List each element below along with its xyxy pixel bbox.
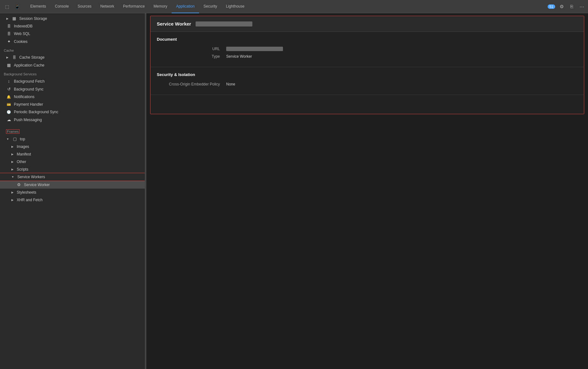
- bg-section-label: Background Services: [0, 69, 145, 77]
- sidebar-item-label: Scripts: [17, 167, 28, 172]
- sidebar-item-periodic-bg-sync[interactable]: 🕐 Periodic Background Sync: [0, 108, 145, 116]
- coep-label: Cross-Origin Embedder Policy: [157, 82, 220, 86]
- sidebar-item-cache-storage[interactable]: ▶ 🗄 Cache Storage: [0, 54, 145, 61]
- sidebar-item-label: Background Fetch: [14, 79, 44, 84]
- sidebar-item-label: Service Worker: [24, 183, 50, 187]
- tab-security[interactable]: Security: [199, 0, 221, 13]
- tab-lighthouse[interactable]: Lighthouse: [221, 0, 249, 13]
- panel-title: Service Worker: [157, 21, 191, 26]
- db-icon: 🗄: [6, 24, 11, 28]
- sidebar-item-websql[interactable]: 🗄 Web SQL: [0, 30, 145, 38]
- sidebar-item-label: Session Storage: [19, 16, 47, 21]
- issue-badge[interactable]: 51: [548, 4, 555, 9]
- fetch-icon: ↕: [6, 79, 11, 84]
- sidebar-item-label: top: [20, 137, 25, 141]
- arrow-down-icon: ▼: [6, 138, 9, 141]
- sidebar-item-app-cache[interactable]: ▦ Application Cache: [0, 61, 145, 69]
- clock-icon: 🕐: [6, 110, 11, 114]
- sidebar-item-label: Images: [17, 144, 29, 149]
- db-icon: 🗄: [6, 32, 11, 36]
- sync-icon: ↺: [6, 87, 11, 91]
- dock-icon[interactable]: ⎘: [568, 3, 575, 10]
- tab-application[interactable]: Application: [172, 0, 199, 13]
- sidebar-item-label: IndexedDB: [14, 24, 32, 28]
- sidebar-item-label: Web SQL: [14, 32, 30, 36]
- panel-outer: Service Worker Document URL Type Service…: [150, 16, 584, 114]
- more-icon[interactable]: ⋯: [578, 3, 585, 10]
- sidebar-item-label: Payment Handler: [14, 102, 43, 107]
- url-row: URL: [157, 47, 578, 51]
- sidebar-item-label: Other: [17, 160, 26, 164]
- tab-console[interactable]: Console: [50, 0, 73, 13]
- bell-icon: 🔔: [6, 95, 11, 99]
- url-value-bar: [226, 47, 283, 51]
- sidebar-item-scripts[interactable]: ▶ Scripts: [0, 166, 145, 173]
- security-section: Security & Isolation Cross-Origin Embedd…: [150, 67, 584, 95]
- sidebar-item-label: Stylesheets: [17, 190, 36, 195]
- settings-icon[interactable]: ⚙: [558, 3, 565, 10]
- tab-network[interactable]: Network: [96, 0, 119, 13]
- sidebar-item-cookies[interactable]: ✦ Cookies: [0, 38, 145, 45]
- sidebar-item-label: Cookies: [14, 39, 27, 44]
- toolbar-icon-group: ⬚ 📱: [3, 2, 21, 11]
- type-value: Service Worker: [226, 54, 252, 59]
- tab-sources[interactable]: Sources: [73, 0, 96, 13]
- security-section-title: Security & Isolation: [157, 72, 578, 77]
- sidebar-item-indexeddb[interactable]: 🗄 IndexedDB: [0, 22, 145, 30]
- sidebar-item-label: Push Messaging: [14, 118, 42, 122]
- sidebar-item-label: Manifest: [17, 152, 31, 156]
- tab-performance[interactable]: Performance: [119, 0, 149, 13]
- arrow-down-icon: ▼: [11, 175, 14, 179]
- sidebar-item-xhr-fetch[interactable]: ▶ XHR and Fetch: [0, 196, 145, 204]
- sidebar-item-stylesheets[interactable]: ▶ Stylesheets: [0, 189, 145, 196]
- arrow-icon: ▶: [6, 17, 9, 20]
- sidebar-item-label: Application Cache: [14, 63, 44, 67]
- toolbar-tabs: Elements Console Sources Network Perform…: [26, 0, 547, 13]
- sidebar-item-notifications[interactable]: 🔔 Notifications: [0, 93, 145, 101]
- sidebar-item-label: Background Sync: [14, 87, 44, 91]
- arrow-icon: ▶: [11, 153, 14, 156]
- gear-icon: ⚙: [16, 182, 21, 187]
- sidebar-item-bg-fetch[interactable]: ↕ Background Fetch: [0, 77, 145, 85]
- sidebar: ▶ ▦ Session Storage 🗄 IndexedDB 🗄 Web SQ…: [0, 13, 145, 369]
- sidebar-item-label: Notifications: [14, 95, 34, 99]
- db-icon: 🗄: [12, 56, 17, 59]
- arrow-icon: ▶: [11, 191, 14, 194]
- tab-elements[interactable]: Elements: [26, 0, 50, 13]
- coep-value: None: [226, 82, 235, 86]
- sidebar-item-other[interactable]: ▶ Other: [0, 158, 145, 166]
- sidebar-item-push-messaging[interactable]: ☁ Push Messaging: [0, 116, 145, 124]
- sidebar-item-session-storage[interactable]: ▶ ▦ Session Storage: [0, 15, 145, 22]
- sidebar-item-service-workers[interactable]: ▼ Service Workers: [0, 173, 145, 181]
- arrow-icon: ▶: [11, 145, 14, 148]
- sidebar-item-payment-handler[interactable]: 💳 Payment Handler: [0, 101, 145, 108]
- arrow-icon: ▶: [11, 160, 14, 163]
- sidebar-item-label: Periodic Background Sync: [14, 110, 58, 114]
- sidebar-item-top[interactable]: ▼ ▢ top: [0, 135, 145, 143]
- sidebar-item-label: Service Workers: [17, 175, 45, 179]
- panel-empty-section: [150, 95, 584, 114]
- arrow-icon: ▶: [11, 168, 14, 171]
- frame-icon: ▢: [12, 137, 17, 141]
- sidebar-item-images[interactable]: ▶ Images: [0, 143, 145, 150]
- sidebar-item-label: XHR and Fetch: [17, 198, 43, 202]
- cloud-icon: ☁: [6, 117, 11, 122]
- devtools-toolbar: ⬚ 📱 Elements Console Sources Network Per…: [0, 0, 588, 13]
- type-label: Type: [157, 54, 220, 59]
- inspect-icon[interactable]: ⬚: [3, 2, 11, 11]
- grid-icon: ▦: [12, 16, 17, 21]
- tab-memory[interactable]: Memory: [149, 0, 172, 13]
- toolbar-right: 51 ⚙ ⎘ ⋯: [548, 3, 585, 10]
- sidebar-item-bg-sync[interactable]: ↺ Background Sync: [0, 85, 145, 93]
- sidebar-item-manifest[interactable]: ▶ Manifest: [0, 150, 145, 158]
- main-layout: ▶ ▦ Session Storage 🗄 IndexedDB 🗄 Web SQ…: [0, 13, 588, 369]
- sidebar-item-service-worker[interactable]: ⚙ Service Worker: [0, 181, 145, 189]
- sidebar-item-label: Cache Storage: [19, 55, 44, 60]
- arrow-icon: ▶: [11, 198, 14, 202]
- arrow-icon: ▶: [6, 56, 9, 59]
- grid-icon: ▦: [6, 63, 11, 67]
- document-section: Document URL Type Service Worker: [150, 32, 584, 67]
- device-icon[interactable]: 📱: [13, 2, 21, 11]
- main-content: Service Worker Document URL Type Service…: [146, 13, 588, 369]
- panel-header: Service Worker: [150, 16, 584, 32]
